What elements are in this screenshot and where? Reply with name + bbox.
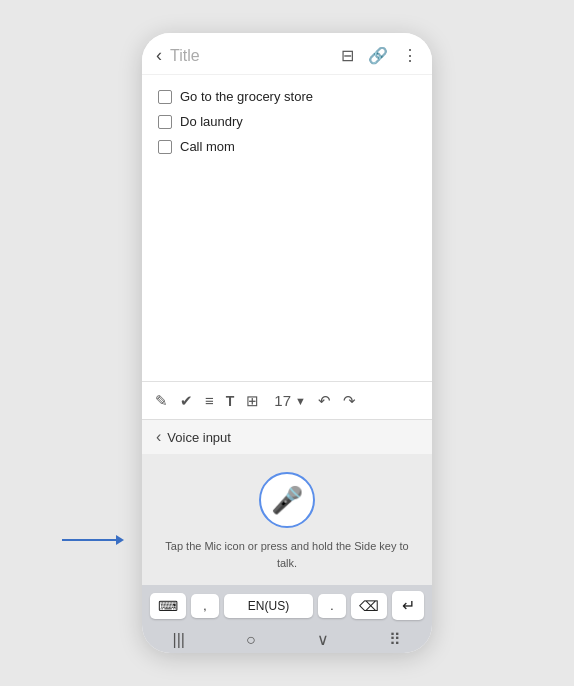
pen-tool-icon[interactable]: ✎: [152, 390, 171, 412]
phone-frame: ‹ Title ⊟ 🔗 ⋮ Go to the grocery store Do…: [142, 33, 432, 653]
note-title[interactable]: Title: [170, 47, 341, 65]
nav-recent-button[interactable]: ∨: [317, 630, 329, 649]
voice-back-button[interactable]: ‹: [156, 428, 161, 446]
table-icon[interactable]: ⊞: [243, 390, 262, 412]
enter-key[interactable]: ↵: [392, 591, 424, 620]
checklist-label-1: Go to the grocery store: [180, 89, 313, 104]
period-key[interactable]: .: [318, 594, 346, 618]
text-align-icon[interactable]: ≡: [202, 390, 217, 411]
checklist-item-1: Go to the grocery store: [158, 89, 416, 104]
checklist-label-2: Do laundry: [180, 114, 243, 129]
mic-button[interactable]: 🎤: [259, 472, 315, 528]
checklist-tool-icon[interactable]: ✔: [177, 390, 196, 412]
undo-icon[interactable]: ↶: [315, 390, 334, 412]
note-header: ‹ Title ⊟ 🔗 ⋮: [142, 33, 432, 75]
back-button[interactable]: ‹: [156, 45, 162, 66]
more-options-icon[interactable]: ⋮: [402, 46, 418, 65]
checklist-label-3: Call mom: [180, 139, 235, 154]
mic-icon: 🎤: [271, 485, 303, 516]
view-mode-icon[interactable]: ⊟: [341, 46, 354, 65]
annotation-arrow: [62, 535, 124, 545]
voice-input-label: Voice input: [167, 430, 231, 445]
attach-icon[interactable]: 🔗: [368, 46, 388, 65]
checklist: Go to the grocery store Do laundry Call …: [142, 75, 432, 381]
nav-home-button[interactable]: ○: [246, 631, 256, 649]
text-size-icon[interactable]: T: [223, 391, 238, 411]
keyboard-toggle-button[interactable]: ⌨: [150, 593, 186, 619]
font-size-selector[interactable]: 17▼: [268, 388, 309, 413]
keyboard-area: ⌨ , EN(US) . ⌫ ↵: [142, 585, 432, 624]
header-icons: ⊟ 🔗 ⋮: [341, 46, 418, 65]
nav-grid-button[interactable]: ⠿: [389, 630, 401, 649]
checkbox-3[interactable]: [158, 140, 172, 154]
checklist-item-3: Call mom: [158, 139, 416, 154]
language-key[interactable]: EN(US): [224, 594, 313, 618]
comma-key[interactable]: ,: [191, 594, 219, 618]
note-toolbar: ✎ ✔ ≡ T ⊞ 17▼ ↶ ↷: [142, 381, 432, 419]
checkbox-2[interactable]: [158, 115, 172, 129]
nav-back-button[interactable]: |||: [172, 631, 184, 649]
voice-hint-text: Tap the Mic icon or press and hold the S…: [158, 538, 416, 571]
redo-icon[interactable]: ↷: [340, 390, 359, 412]
backspace-key[interactable]: ⌫: [351, 593, 387, 619]
note-area: ‹ Title ⊟ 🔗 ⋮ Go to the grocery store Do…: [142, 33, 432, 419]
navigation-bar: ||| ○ ∨ ⠿: [142, 624, 432, 653]
checklist-item-2: Do laundry: [158, 114, 416, 129]
checkbox-1[interactable]: [158, 90, 172, 104]
keyboard-row: ⌨ , EN(US) . ⌫ ↵: [150, 591, 424, 620]
voice-area: 🎤 Tap the Mic icon or press and hold the…: [142, 454, 432, 585]
voice-input-bar: ‹ Voice input: [142, 419, 432, 454]
